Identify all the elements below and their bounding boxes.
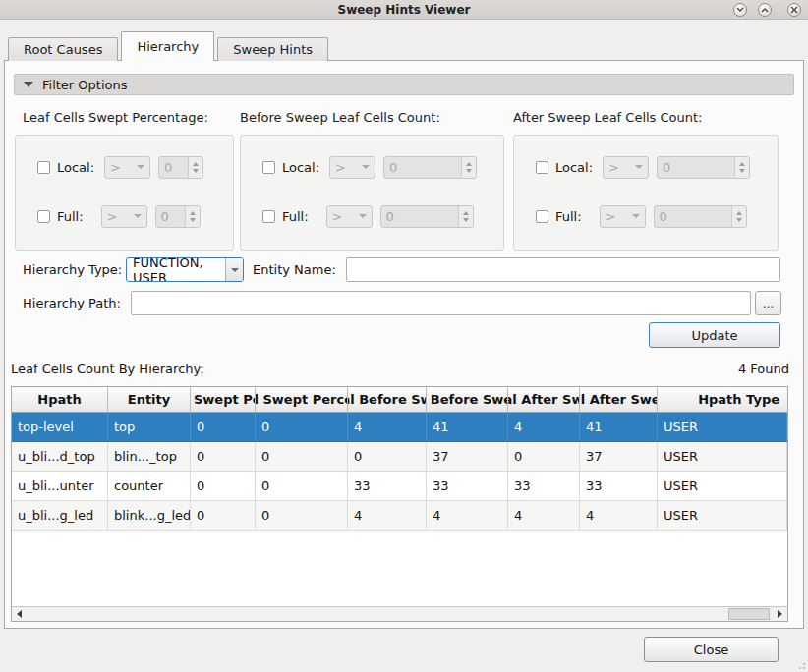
table-row[interactable]: top-leveltop00441441USER xyxy=(12,413,787,442)
table-row[interactable]: u_bli...d_topblin..._top00037037USER xyxy=(12,442,787,472)
hierarchy-path-label: Hierarchy Path: xyxy=(23,292,121,315)
column-header[interactable]: Hpath Type xyxy=(658,387,787,412)
chevron-down-icon xyxy=(231,268,239,272)
column-header[interactable]: Hpath xyxy=(12,387,108,412)
maximize-button[interactable] xyxy=(758,3,772,17)
local-value-spinner[interactable]: 0 xyxy=(383,156,477,179)
table-cell: u_bli...g_led xyxy=(12,501,108,530)
full-operator-select[interactable]: > xyxy=(326,205,373,228)
column-header[interactable]: l Before Swe xyxy=(427,387,508,412)
update-button[interactable]: Update xyxy=(649,322,780,348)
table-row[interactable]: u_bli...g_ledblink...g_led004444USER xyxy=(12,501,787,531)
column-header[interactable]: . Swept Pe xyxy=(191,387,256,412)
tab-hierarchy[interactable]: Hierarchy xyxy=(121,31,214,61)
hierarchy-type-value: FUNCTION, USER xyxy=(127,258,225,281)
shade-button[interactable] xyxy=(733,3,747,17)
chevron-down-icon xyxy=(134,214,142,218)
horizontal-scrollbar[interactable] xyxy=(12,606,787,621)
table-cell: 0 xyxy=(508,442,580,471)
full-value-spinner[interactable]: 0 xyxy=(380,205,474,228)
browse-button[interactable]: ... xyxy=(755,291,781,315)
full-operator-select[interactable]: > xyxy=(101,205,147,228)
scroll-right-button[interactable] xyxy=(773,607,787,621)
filter-options-header[interactable]: Filter Options xyxy=(14,74,794,95)
table-cell: 0 xyxy=(256,442,348,471)
resize-grip[interactable] xyxy=(795,659,805,669)
spinner-arrows[interactable] xyxy=(458,206,473,227)
full-value-spinner[interactable]: 0 xyxy=(155,205,201,228)
spinner-arrows[interactable] xyxy=(188,157,202,178)
table-row[interactable]: u_bli...untercounter0033333333USER xyxy=(12,472,787,501)
tab-root-causes[interactable]: Root Causes xyxy=(8,37,118,61)
window-controls xyxy=(733,3,801,17)
scrollbar-thumb[interactable] xyxy=(728,608,770,620)
local-value-spinner[interactable]: 0 xyxy=(158,156,203,179)
table-cell: 0 xyxy=(256,472,348,500)
local-checkbox[interactable] xyxy=(37,161,50,174)
column-header[interactable]: ll After Swe xyxy=(580,387,658,412)
table-cell: 37 xyxy=(580,442,658,471)
hierarchy-type-label: Hierarchy Type: xyxy=(23,258,122,282)
local-operator-select[interactable]: > xyxy=(329,156,375,179)
close-icon xyxy=(790,6,798,14)
tab-sweep-hints[interactable]: Sweep Hints xyxy=(217,37,328,61)
full-operator-select[interactable]: > xyxy=(600,205,646,228)
column-header[interactable]: Entity xyxy=(108,387,191,412)
spin-up-icon xyxy=(736,211,742,215)
filter-group-before-sweep: Local: > 0 Full: > 0 xyxy=(240,135,504,251)
close-window-button[interactable] xyxy=(787,3,801,17)
hierarchy-path-input[interactable] xyxy=(131,291,751,315)
spinner-arrows[interactable] xyxy=(461,157,476,178)
full-checkbox[interactable] xyxy=(536,210,548,223)
close-button[interactable]: Close xyxy=(644,637,779,662)
tab-label: Sweep Hints xyxy=(233,42,313,57)
combo-arrow-button[interactable] xyxy=(225,258,243,281)
table-cell: u_bli...unter xyxy=(12,472,108,500)
table-cell: 0 xyxy=(256,501,348,530)
full-checkbox[interactable] xyxy=(262,210,275,223)
table-cell: 41 xyxy=(427,413,508,441)
spin-up-icon xyxy=(466,162,472,166)
spin-down-icon xyxy=(193,169,199,173)
spinner-arrows[interactable] xyxy=(185,206,200,227)
found-count: 4 Found xyxy=(738,362,789,376)
full-checkbox[interactable] xyxy=(37,210,50,223)
arrow-left-icon xyxy=(17,610,22,618)
table-cell: USER xyxy=(658,442,787,471)
update-label: Update xyxy=(691,328,737,343)
full-value-spinner[interactable]: 0 xyxy=(654,205,747,228)
group-title-swept-percentage: Leaf Cells Swept Percentage: xyxy=(23,110,208,125)
table-cell: 33 xyxy=(427,472,508,500)
local-value-spinner[interactable]: 0 xyxy=(657,156,750,179)
table-body: top-leveltop00441441USERu_bli...d_topbli… xyxy=(12,413,787,606)
hierarchy-type-select[interactable]: FUNCTION, USER xyxy=(126,257,244,282)
column-header[interactable]: al Before Sw xyxy=(348,387,427,412)
table-cell: counter xyxy=(108,472,191,500)
operator-value: > xyxy=(606,209,616,224)
column-header[interactable]: ll Swept Perce xyxy=(256,387,348,412)
scroll-left-button[interactable] xyxy=(12,607,27,621)
spin-down-icon xyxy=(463,218,469,222)
local-operator-select[interactable]: > xyxy=(104,156,150,179)
column-header[interactable]: al After Sw xyxy=(508,387,580,412)
spinner-arrows[interactable] xyxy=(734,157,749,178)
table-cell: u_bli...d_top xyxy=(12,442,108,471)
local-operator-select[interactable]: > xyxy=(603,156,649,179)
entity-name-input[interactable] xyxy=(346,257,780,282)
spinner-value: 0 xyxy=(658,157,734,178)
spin-down-icon xyxy=(736,218,742,222)
table-cell: 33 xyxy=(580,472,658,500)
table-cell: blink...g_led xyxy=(108,501,191,530)
spinner-arrows[interactable] xyxy=(731,206,746,227)
spinner-value: 0 xyxy=(156,206,185,227)
table-cell: top xyxy=(108,413,191,441)
spin-up-icon xyxy=(193,162,199,166)
local-checkbox[interactable] xyxy=(536,161,548,174)
table-cell: 4 xyxy=(580,501,658,530)
table-cell: 41 xyxy=(580,413,658,441)
local-checkbox[interactable] xyxy=(262,161,275,174)
spinner-value: 0 xyxy=(381,206,458,227)
window-titlebar[interactable]: Sweep Hints Viewer xyxy=(0,0,808,20)
spin-down-icon xyxy=(190,218,196,222)
local-label: Local: xyxy=(282,160,319,175)
